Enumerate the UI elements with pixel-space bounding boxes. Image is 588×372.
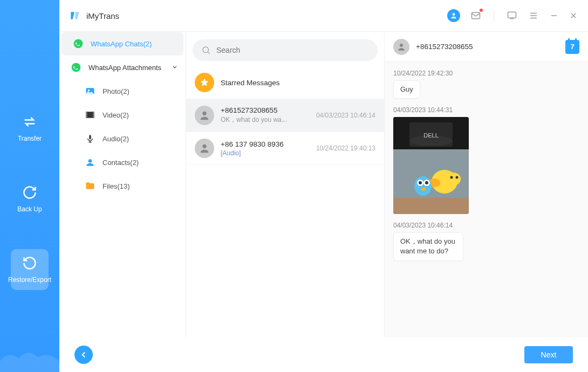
search-input[interactable] — [216, 46, 369, 54]
svg-point-20 — [202, 144, 206, 148]
nav-transfer[interactable]: Transfer — [11, 108, 49, 149]
svg-point-13 — [93, 113, 94, 113]
category-video-label: Video(2) — [102, 111, 129, 119]
chat-panel: +8615273208655 7 10/24/2022 19:42:30 Guy… — [385, 32, 588, 337]
content: WhatsApp Chats(2) WhatsApp Attachments P… — [59, 31, 588, 337]
category-audio-label: Audio(2) — [102, 135, 129, 143]
files-icon — [84, 180, 96, 192]
svg-point-37 — [425, 181, 428, 184]
nav-backup[interactable]: Back Up — [11, 178, 49, 219]
category-files-label: Files(13) — [102, 182, 130, 190]
backup-icon — [22, 185, 37, 200]
svg-rect-16 — [89, 135, 91, 139]
avatar-icon — [195, 106, 214, 125]
cloud-decoration — [0, 345, 59, 372]
svg-point-36 — [419, 181, 422, 184]
titlebar: iMyTrans — [59, 0, 588, 31]
main-area: iMyTrans — [59, 0, 588, 372]
svg-point-4 — [72, 63, 81, 72]
message-text: Guy — [393, 80, 420, 99]
conversation-time: 10/24/2022 19:40:13 — [316, 144, 375, 152]
category-whatsapp-chats[interactable]: WhatsApp Chats(2) — [61, 32, 183, 56]
category-whatsapp-attachments[interactable]: WhatsApp Attachments — [59, 56, 186, 79]
photo-icon — [84, 85, 96, 97]
search-icon — [201, 45, 211, 55]
account-icon[interactable] — [447, 9, 460, 22]
calendar-button[interactable]: 7 — [565, 40, 579, 54]
nav-sidebar: Transfer Back Up Restore/Export — [0, 0, 59, 372]
conversation-time: 04/03/2023 10:46:14 — [316, 112, 375, 119]
svg-rect-2 — [508, 12, 516, 18]
svg-point-15 — [93, 116, 94, 117]
category-chats-label: WhatsApp Chats(2) — [91, 40, 152, 48]
message: 04/03/2023 10:46:14 OK，what do you want … — [393, 222, 579, 260]
chat-header: +8615273208655 7 — [385, 32, 588, 62]
transfer-icon — [22, 114, 37, 129]
category-contacts[interactable]: Contacts(2) — [59, 150, 186, 174]
conversation-title: +86 137 9830 8936 — [221, 140, 310, 148]
avatar-icon — [393, 39, 409, 55]
svg-point-33 — [414, 176, 432, 196]
svg-point-14 — [93, 114, 94, 115]
avatar-icon — [195, 139, 214, 158]
star-icon — [195, 73, 214, 92]
svg-point-10 — [86, 113, 87, 113]
feedback-icon[interactable] — [506, 10, 518, 22]
svg-point-18 — [203, 47, 209, 53]
close-button[interactable] — [569, 11, 578, 20]
svg-point-11 — [86, 114, 87, 115]
svg-point-19 — [202, 112, 206, 115]
chat-contact-name: +8615273208655 — [416, 43, 473, 51]
category-photo[interactable]: Photo(2) — [59, 79, 186, 103]
message: 10/24/2022 19:42:30 Guy — [393, 70, 579, 99]
category-audio[interactable]: Audio(2) — [59, 127, 186, 150]
svg-point-0 — [453, 13, 455, 16]
chat-body[interactable]: 10/24/2022 19:42:30 Guy 04/03/2023 10:44… — [385, 62, 588, 337]
svg-rect-27 — [393, 198, 469, 214]
category-video[interactable]: Video(2) — [59, 103, 186, 127]
app-logo: iMyTrans — [69, 10, 119, 21]
category-attachments-label: WhatsApp Attachments — [88, 64, 161, 72]
app-name: iMyTrans — [86, 11, 119, 20]
conversation-preview: OK，what do you wa... — [221, 115, 310, 125]
message-timestamp: 04/03/2023 10:44:31 — [393, 106, 579, 114]
next-button[interactable]: Next — [524, 346, 573, 363]
footer: Next — [59, 337, 588, 372]
titlebar-icons — [447, 9, 578, 22]
svg-point-32 — [456, 176, 459, 179]
search-box[interactable] — [193, 39, 378, 61]
back-button[interactable] — [74, 346, 93, 364]
mail-icon[interactable] — [470, 10, 482, 22]
conversation-preview: [Audio] — [221, 149, 310, 157]
category-files[interactable]: Files(13) — [59, 174, 186, 198]
whatsapp-icon — [70, 61, 82, 73]
svg-point-38 — [421, 188, 426, 191]
conversation-item[interactable]: +8615273208655 OK，what do you wa... 04/0… — [186, 99, 384, 132]
calendar-day: 7 — [570, 43, 574, 51]
nav-backup-label: Back Up — [17, 205, 42, 213]
category-contacts-label: Contacts(2) — [102, 159, 139, 167]
message-image[interactable]: DELL — [393, 117, 469, 214]
restore-icon — [22, 256, 37, 271]
conversation-item[interactable]: +86 137 9830 8936 [Audio] 10/24/2022 19:… — [186, 132, 384, 165]
menu-icon[interactable] — [528, 10, 539, 22]
whatsapp-icon — [72, 38, 84, 50]
minimize-button[interactable] — [549, 11, 559, 20]
chevron-down-icon — [172, 64, 178, 72]
starred-label: Starred Messages — [221, 79, 375, 87]
starred-messages[interactable]: Starred Messages — [186, 66, 384, 99]
category-photo-label: Photo(2) — [102, 87, 129, 95]
categories-panel: WhatsApp Chats(2) WhatsApp Attachments P… — [59, 32, 186, 337]
svg-point-12 — [86, 116, 87, 117]
conversations-panel: Starred Messages +8615273208655 OK，what … — [186, 32, 385, 337]
svg-point-31 — [450, 176, 453, 179]
nav-restore-label: Restore/Export — [8, 276, 51, 284]
svg-text:DELL: DELL — [423, 132, 439, 139]
nav-restore[interactable]: Restore/Export — [11, 249, 49, 290]
nav-transfer-label: Transfer — [18, 135, 42, 142]
svg-point-21 — [400, 44, 403, 47]
video-icon — [84, 109, 96, 121]
svg-point-6 — [88, 89, 90, 91]
contacts-icon — [84, 156, 96, 168]
message-text: OK，what do you want me to do? — [393, 232, 463, 260]
